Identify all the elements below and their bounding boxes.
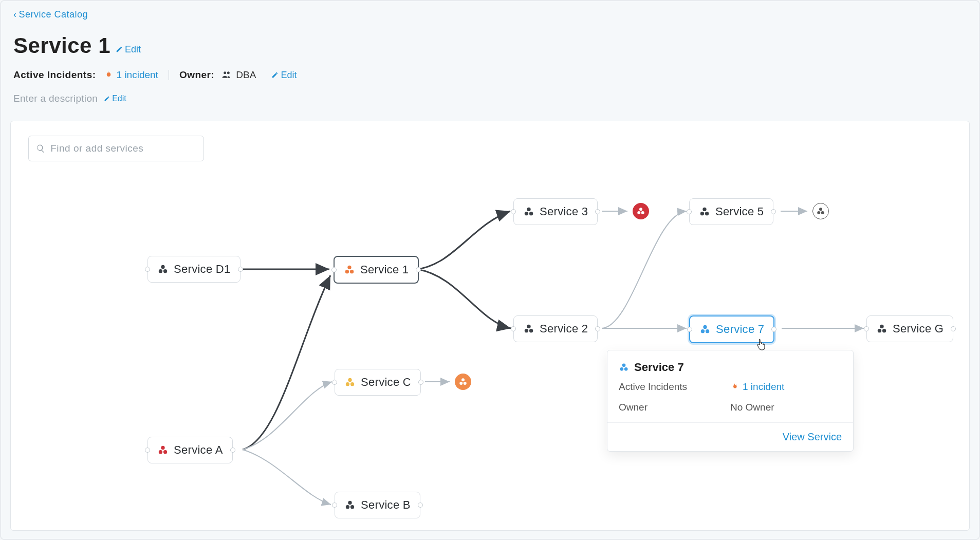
graph-edges [11, 121, 969, 530]
pencil-icon [104, 96, 110, 102]
svg-point-37 [459, 382, 463, 385]
svg-point-2 [163, 269, 167, 273]
page-title: Service 1 [13, 33, 110, 58]
cluster-icon [344, 377, 356, 388]
cluster-icon [816, 207, 825, 216]
search-input[interactable] [50, 143, 196, 154]
svg-point-8 [529, 212, 533, 215]
tooltip-incidents-label: Active Incidents [619, 381, 730, 393]
edit-title-button[interactable]: Edit [116, 44, 141, 55]
cluster-icon [157, 264, 169, 275]
fire-icon [730, 383, 738, 391]
edit-owner-button[interactable]: Edit [271, 70, 297, 81]
cluster-icon [344, 499, 356, 511]
svg-point-19 [878, 329, 881, 332]
svg-point-26 [350, 382, 354, 386]
cluster-icon [699, 324, 711, 335]
cluster-icon [619, 362, 629, 373]
node-service-1[interactable]: Service 1 [334, 256, 419, 284]
description-placeholder: Enter a description [13, 93, 98, 104]
tooltip-owner-label: Owner [619, 402, 730, 413]
node-service-g[interactable]: Service G [866, 315, 953, 342]
svg-point-36 [461, 378, 465, 381]
svg-point-3 [347, 266, 351, 269]
svg-point-23 [163, 450, 167, 454]
svg-point-9 [702, 208, 706, 211]
svg-point-20 [882, 329, 886, 332]
svg-point-18 [880, 325, 883, 328]
node-service-5[interactable]: Service 5 [689, 198, 773, 225]
node-service-a[interactable]: Service A [147, 437, 233, 463]
node-service-d1[interactable]: Service D1 [147, 256, 241, 283]
svg-point-17 [706, 329, 709, 333]
svg-point-31 [637, 211, 640, 214]
tooltip-incidents-link[interactable]: 1 incident [730, 381, 842, 393]
cluster-icon [523, 206, 534, 217]
svg-point-39 [622, 364, 626, 367]
users-icon [221, 70, 232, 80]
node-service-7[interactable]: Service 7 [689, 315, 774, 343]
svg-point-24 [348, 378, 352, 382]
svg-point-40 [620, 367, 624, 371]
node-service-2[interactable]: Service 2 [513, 315, 598, 342]
breadcrumb-back[interactable]: Service Catalog [19, 9, 88, 20]
node-service-3[interactable]: Service 3 [513, 198, 598, 225]
node-service-c[interactable]: Service C [335, 369, 421, 396]
cluster-icon [636, 207, 645, 216]
node-service-b[interactable]: Service B [335, 492, 420, 518]
view-service-link[interactable]: View Service [783, 431, 842, 442]
svg-point-10 [700, 212, 704, 215]
svg-point-5 [350, 270, 354, 273]
svg-point-35 [821, 211, 824, 214]
pencil-icon [271, 71, 279, 79]
status-badge-red [633, 203, 649, 219]
svg-point-6 [527, 208, 530, 211]
cluster-icon [876, 323, 887, 334]
svg-point-27 [348, 501, 352, 505]
service-graph-canvas[interactable]: Service D1 Service 1 Service 3 Service 5… [10, 121, 970, 531]
status-badge-orange [455, 374, 471, 390]
fire-icon [103, 70, 113, 80]
svg-point-30 [639, 208, 642, 211]
breadcrumb[interactable]: ‹Service Catalog [13, 9, 967, 20]
svg-point-33 [819, 208, 822, 211]
svg-point-7 [525, 212, 528, 215]
svg-point-13 [525, 329, 528, 332]
cluster-icon [157, 444, 169, 456]
svg-point-29 [350, 505, 354, 509]
svg-point-34 [817, 211, 820, 214]
svg-point-12 [527, 325, 530, 328]
tooltip-owner-value: No Owner [730, 402, 842, 413]
owner-label: Owner: [179, 69, 214, 81]
svg-point-4 [345, 270, 349, 273]
svg-point-1 [159, 269, 162, 273]
active-incidents-label: Active Incidents: [13, 69, 96, 81]
incidents-link[interactable]: 1 incident [103, 69, 158, 81]
svg-point-11 [705, 212, 709, 215]
svg-point-28 [346, 505, 349, 509]
svg-point-16 [701, 329, 705, 333]
cluster-icon [458, 377, 468, 386]
edit-description-button[interactable]: Edit [104, 94, 126, 103]
node-tooltip: Service 7 Active Incidents 1 incident Ow… [607, 350, 854, 452]
svg-point-15 [703, 325, 707, 329]
tooltip-title: Service 7 [634, 361, 684, 374]
svg-point-22 [159, 450, 162, 454]
search-icon [36, 143, 45, 154]
svg-point-14 [529, 329, 533, 332]
svg-point-21 [161, 446, 164, 450]
svg-point-32 [641, 211, 644, 214]
svg-point-41 [624, 367, 628, 371]
pencil-icon [116, 46, 123, 53]
search-box[interactable] [28, 136, 204, 161]
cluster-icon [344, 264, 355, 275]
owner-value: DBA [221, 69, 256, 81]
svg-point-0 [161, 265, 164, 269]
svg-point-38 [464, 382, 467, 385]
svg-point-25 [346, 382, 349, 386]
status-badge-outline [812, 203, 829, 219]
cluster-icon [523, 323, 534, 334]
cluster-icon [699, 206, 710, 217]
